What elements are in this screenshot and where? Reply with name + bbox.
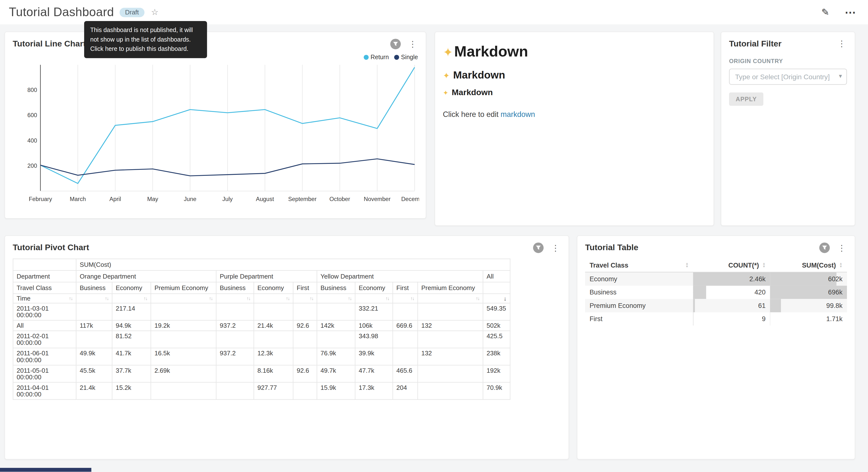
pivot-cell: 502k bbox=[483, 320, 510, 331]
pivot-row: 2011-06-01 00:00:0049.9k41.7k16.5k937.21… bbox=[13, 348, 510, 365]
pivot-cell: 2.69k bbox=[151, 365, 216, 382]
sort-icon[interactable]: ↑↓ bbox=[410, 296, 414, 301]
card-icons: ⋮ bbox=[390, 39, 418, 49]
cell-sum: 602k bbox=[770, 272, 847, 286]
pivot-cell: 49.9k bbox=[76, 348, 112, 365]
sort-icon[interactable]: ↑↓ bbox=[310, 296, 313, 301]
pivot-sort-cell: ↑↓ bbox=[355, 294, 393, 303]
pivot-cell bbox=[216, 382, 254, 400]
sort-carets-icon[interactable]: ▲▼ bbox=[839, 262, 842, 268]
svg-text:June: June bbox=[184, 196, 196, 202]
pivot-cell: 549.35 bbox=[483, 303, 510, 320]
legend-dot-icon bbox=[364, 55, 369, 59]
sort-icon[interactable]: ↑↓ bbox=[209, 296, 213, 301]
sort-icon[interactable]: ↑↓ bbox=[247, 296, 250, 301]
cell-travel-class: Premium Economy bbox=[585, 299, 693, 312]
bottom-bar-fragment bbox=[0, 468, 91, 472]
more-icon[interactable]: ⋯ bbox=[845, 6, 856, 19]
table-header-row: Travel Class▲▼ COUNT(*)▲▼ SUM(Cost)▲▼ bbox=[585, 259, 847, 272]
table-row: Premium Economy6199.8k bbox=[585, 299, 847, 312]
markdown-h2: ✦Markdown bbox=[443, 69, 706, 82]
sparkles-icon: ✦ bbox=[443, 89, 448, 97]
origin-country-input[interactable] bbox=[729, 69, 847, 85]
svg-text:May: May bbox=[147, 196, 158, 202]
svg-text:December: December bbox=[401, 196, 419, 202]
markdown-note: Click here to edit markdown bbox=[443, 110, 706, 119]
markdown-h1: ✦Markdown bbox=[443, 43, 706, 60]
pivot-cell: 37.7k bbox=[112, 365, 151, 382]
sort-carets-icon[interactable]: ▲▼ bbox=[763, 262, 766, 268]
sort-icon[interactable]: ↑↓ bbox=[69, 296, 73, 301]
sparkles-icon: ✦ bbox=[443, 71, 450, 80]
pivot-cell bbox=[293, 382, 317, 400]
publish-tooltip[interactable]: This dashboard is not published, it will… bbox=[84, 21, 207, 58]
pivot-cell: 669.6 bbox=[393, 320, 417, 331]
pivot-cell: 21.4k bbox=[254, 320, 293, 331]
apply-button[interactable]: APPLY bbox=[729, 92, 764, 106]
sort-icon[interactable]: ↑↓ bbox=[476, 296, 479, 301]
pivot-time-row: Time↑↓↑↓↑↓↑↓↑↓↑↓↑↓↑↓↑↓↑↓↑↓↓ bbox=[13, 294, 510, 303]
pivot-row: 2011-05-01 00:00:0045.5k37.7k2.69k8.16k9… bbox=[13, 365, 510, 382]
pivot-class-col: Premium Economy bbox=[417, 282, 483, 294]
legend-item[interactable]: Return bbox=[364, 54, 389, 60]
pivot-class-col: First bbox=[293, 282, 317, 294]
sort-carets-icon[interactable]: ▲▼ bbox=[685, 262, 688, 268]
pivot-class-col: First bbox=[393, 282, 417, 294]
cell-count: 61 bbox=[693, 299, 770, 312]
pivot-cell: 132 bbox=[417, 320, 483, 331]
pivot-row-label: 2011-02-01 00:00:00 bbox=[13, 331, 76, 348]
pivot-department-row: DepartmentOrange DepartmentPurple Depart… bbox=[13, 270, 510, 282]
pivot-cell: 16.5k bbox=[151, 348, 216, 365]
sparkles-icon: ✦ bbox=[443, 46, 453, 59]
pivot-table: SUM(Cost)DepartmentOrange DepartmentPurp… bbox=[13, 259, 510, 400]
sort-icon[interactable]: ↑↓ bbox=[144, 296, 148, 301]
svg-text:October: October bbox=[329, 196, 350, 202]
cell-sum: 1.71k bbox=[770, 312, 847, 325]
filter-indicator-icon[interactable] bbox=[533, 243, 544, 253]
markdown-h3: ✦Markdown bbox=[443, 88, 706, 97]
pivot-cell: 15.2k bbox=[112, 382, 151, 400]
col-header-travel-class[interactable]: Travel Class▲▼ bbox=[585, 259, 693, 272]
pivot-cell bbox=[151, 331, 216, 348]
edit-icon[interactable]: ✎ bbox=[821, 6, 829, 18]
table-card-title: Tutorial Table bbox=[585, 243, 639, 252]
line-chart: FebruaryMarchAprilMayJuneJulyAugustSepte… bbox=[13, 63, 419, 205]
sort-icon[interactable]: ↑↓ bbox=[348, 296, 351, 301]
kebab-menu-icon[interactable]: ⋮ bbox=[407, 39, 418, 49]
pivot-row: 2011-04-01 00:00:0021.4k15.2k927.7715.9k… bbox=[13, 382, 510, 400]
pivot-measure-label: SUM(Cost) bbox=[76, 259, 510, 270]
pivot-cell bbox=[293, 348, 317, 365]
star-icon[interactable]: ☆ bbox=[151, 7, 158, 17]
sort-desc-icon[interactable]: ↓ bbox=[504, 295, 507, 302]
tutorial-table: Travel Class▲▼ COUNT(*)▲▼ SUM(Cost)▲▼ Ec… bbox=[585, 259, 847, 325]
pivot-sort-cell: ↑↓ bbox=[216, 294, 254, 303]
filter-indicator-icon[interactable] bbox=[819, 243, 830, 253]
pivot-cell bbox=[293, 303, 317, 320]
filter-indicator-icon[interactable] bbox=[390, 39, 401, 49]
kebab-menu-icon[interactable]: ⋮ bbox=[836, 39, 847, 49]
filter-card-title: Tutorial Filter bbox=[729, 39, 781, 48]
legend-item[interactable]: Single bbox=[394, 54, 418, 60]
pivot-chart-card: Tutorial Pivot Chart ⋮ SUM(Cost)Departme… bbox=[4, 235, 569, 460]
pivot-sort-cell: ↓ bbox=[483, 294, 510, 303]
col-header-sum-cost[interactable]: SUM(Cost)▲▼ bbox=[770, 259, 847, 272]
pivot-cell: 45.5k bbox=[76, 365, 112, 382]
col-header-count[interactable]: COUNT(*)▲▼ bbox=[693, 259, 770, 272]
cell-travel-class: First bbox=[585, 312, 693, 325]
card-icons: ⋮ bbox=[533, 243, 561, 253]
pivot-cell: 49.7k bbox=[317, 365, 355, 382]
kebab-menu-icon[interactable]: ⋮ bbox=[550, 243, 561, 253]
cell-sum: 696k bbox=[770, 286, 847, 299]
pivot-cell: 142k bbox=[317, 320, 355, 331]
pivot-dept-group: All bbox=[483, 270, 510, 282]
pivot-sort-cell: ↑↓ bbox=[76, 294, 112, 303]
sort-icon[interactable]: ↑↓ bbox=[385, 296, 389, 301]
kebab-menu-icon[interactable]: ⋮ bbox=[836, 243, 847, 253]
card-head: Tutorial Filter ⋮ bbox=[729, 39, 847, 49]
draft-badge[interactable]: Draft bbox=[120, 7, 145, 17]
sort-icon[interactable]: ↑↓ bbox=[105, 296, 108, 301]
markdown-edit-link[interactable]: markdown bbox=[500, 110, 535, 119]
pivot-row: 2011-03-01 00:00:00217.14332.21549.35 bbox=[13, 303, 510, 320]
sort-icon[interactable]: ↑↓ bbox=[286, 296, 289, 301]
pivot-row-label: 2011-04-01 00:00:00 bbox=[13, 382, 76, 400]
